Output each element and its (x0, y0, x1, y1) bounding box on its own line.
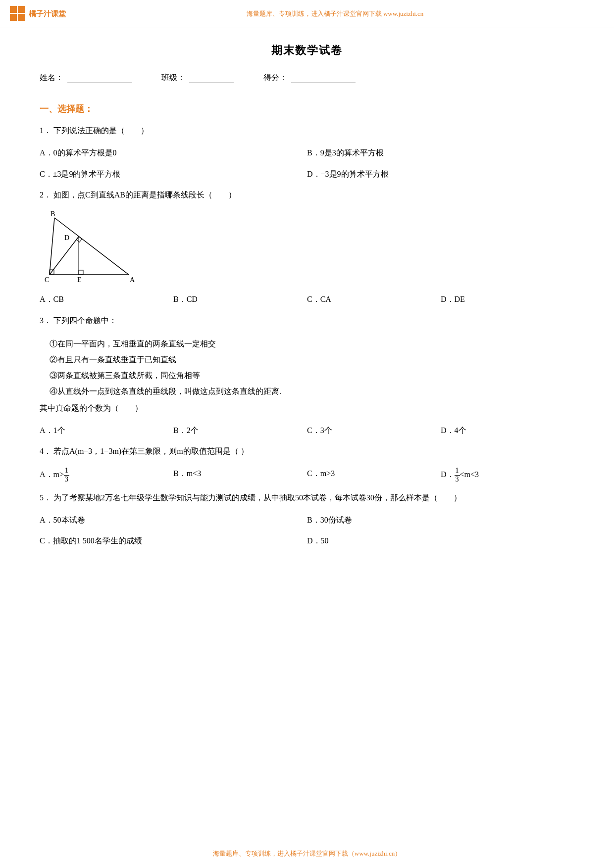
name-label: 姓名： (40, 73, 63, 83)
svg-rect-10 (79, 270, 83, 275)
q4-option-a: A．m>13 (40, 467, 173, 484)
q1-option-c: C．±3是9的算术平方根 (40, 167, 307, 182)
frac-1-3-d: 13 (455, 467, 460, 484)
page-content: 期末数学试卷 姓名： 班级： 得分： 一、选择题： 1． 下列说法正确的是（ ）… (0, 28, 614, 585)
q2-text: 如图，点C到直线AB的距离是指哪条线段长（ ） (53, 191, 236, 199)
q1-num: 1． (40, 126, 51, 135)
svg-line-7 (50, 237, 79, 275)
q5-options-2: C．抽取的1 500名学生的成绩 D．50 (40, 534, 574, 548)
q5-text: 为了考察某地2万名七年级学生数学知识与能力测试的成绩，从中抽取50本试卷，每本试… (53, 493, 461, 502)
svg-text:C: C (45, 276, 49, 284)
logo-text: 橘子汁课堂 (29, 9, 66, 19)
name-line (67, 73, 132, 83)
q5-option-c: C．抽取的1 500名学生的成绩 (40, 534, 307, 548)
score-label: 得分： (263, 73, 287, 83)
q5-option-b: B．30份试卷 (307, 513, 574, 528)
q1-option-a: A．0的算术平方根是0 (40, 146, 307, 160)
q3-prop-3: ③两条直线被第三条直线所截，同位角相等 (50, 368, 574, 384)
frac-1-3-a: 13 (64, 467, 69, 484)
q3-prop-2: ②有且只有一条直线垂直于已知直线 (50, 352, 574, 368)
q2-options: A．CB B．CD C．CA D．DE (40, 292, 574, 307)
svg-text:B: B (51, 210, 55, 218)
svg-text:D: D (64, 234, 69, 241)
q4-text: 若点A(m−3，1−3m)在第三象限，则m的取值范围是（ ） (53, 447, 249, 455)
logo-icon (10, 6, 26, 22)
svg-text:A: A (130, 276, 135, 284)
svg-line-4 (54, 218, 129, 275)
q3-prop-4: ④从直线外一点到这条直线的垂线段，叫做这点到这条直线的距离. (50, 384, 574, 399)
q2-option-b: B．CD (173, 292, 307, 307)
score-line (291, 73, 356, 83)
svg-text:E: E (77, 276, 82, 284)
q3-option-d: D．4个 (441, 424, 574, 438)
header-tagline: 海量题库、专项训练，进入橘子汁课堂官网下载 www.juzizhi.cn (66, 9, 604, 18)
q3-option-c: C．3个 (307, 424, 441, 438)
q4-option-d: D．13<m<3 (441, 467, 574, 484)
class-line (189, 73, 234, 83)
svg-rect-1 (18, 6, 25, 13)
q4-options: A．m>13 B．m<3 C．m>3 D．13<m<3 (40, 467, 574, 484)
question-3: 3． 下列四个命题中： (40, 314, 574, 328)
class-field: 班级： (161, 73, 234, 83)
name-field: 姓名： (40, 73, 132, 83)
q3-option-b: B．2个 (173, 424, 307, 438)
page-footer: 海量题库、专项训练，进入橘子汁课堂官网下载（www.juzizhi.cn） (0, 849, 614, 858)
q5-options-1: A．50本试卷 B．30份试卷 (40, 513, 574, 528)
q5-option-d: D．50 (307, 534, 574, 548)
q1-text: 下列说法正确的是（ ） (53, 126, 149, 135)
question-5: 5． 为了考察某地2万名七年级学生数学知识与能力测试的成绩，从中抽取50本试卷，… (40, 491, 574, 505)
q5-num: 5． (40, 493, 51, 502)
q4-num: 4． (40, 447, 51, 455)
question-4: 4． 若点A(m−3，1−3m)在第三象限，则m的取值范围是（ ） (40, 444, 574, 459)
q1-option-b: B．9是3的算术平方根 (307, 146, 574, 160)
q4-option-c: C．m>3 (307, 467, 441, 484)
svg-rect-3 (18, 14, 25, 21)
class-label: 班级： (161, 73, 185, 83)
q3-options: A．1个 B．2个 C．3个 D．4个 (40, 424, 574, 438)
svg-rect-0 (10, 6, 17, 13)
q2-option-c: C．CA (307, 292, 441, 307)
question-2: 2． 如图，点C到直线AB的距离是指哪条线段长（ ） (40, 188, 574, 202)
question-1: 1． 下列说法正确的是（ ） (40, 124, 574, 138)
svg-line-6 (50, 218, 54, 275)
q3-subquestion: 其中真命题的个数为（ ） (40, 401, 574, 416)
q3-option-a: A．1个 (40, 424, 173, 438)
q3-prop-1: ①在同一平面内，互相垂直的两条直线一定相交 (50, 336, 574, 352)
q2-option-a: A．CB (40, 292, 173, 307)
q2-figure: B D C E A (40, 210, 574, 287)
q3-num: 3． (40, 316, 51, 325)
q3-propositions: ①在同一平面内，互相垂直的两条直线一定相交 ②有且只有一条直线垂直于已知直线 ③… (50, 336, 574, 399)
geometry-figure: B D C E A (40, 210, 139, 285)
q3-text: 下列四个命题中： (53, 316, 117, 325)
svg-rect-11 (76, 237, 82, 242)
info-row: 姓名： 班级： 得分： (40, 73, 574, 83)
page-header: 橘子汁课堂 海量题库、专项训练，进入橘子汁课堂官网下载 www.juzizhi.… (0, 0, 614, 28)
q2-option-d: D．DE (441, 292, 574, 307)
svg-rect-2 (10, 14, 17, 21)
exam-title: 期末数学试卷 (40, 43, 574, 58)
section-title: 一、选择题： (40, 103, 574, 115)
q4-option-b: B．m<3 (173, 467, 307, 484)
q1-options: A．0的算术平方根是0 B．9是3的算术平方根 (40, 146, 574, 160)
logo-area: 橘子汁课堂 (10, 6, 66, 22)
q2-num: 2． (40, 191, 51, 199)
q1-options-2: C．±3是9的算术平方根 D．−3是9的算术平方根 (40, 167, 574, 182)
score-field: 得分： (263, 73, 356, 83)
q1-option-d: D．−3是9的算术平方根 (307, 167, 574, 182)
q5-option-a: A．50本试卷 (40, 513, 307, 528)
section-choice: 一、选择题： 1． 下列说法正确的是（ ） A．0的算术平方根是0 B．9是3的… (40, 103, 574, 548)
